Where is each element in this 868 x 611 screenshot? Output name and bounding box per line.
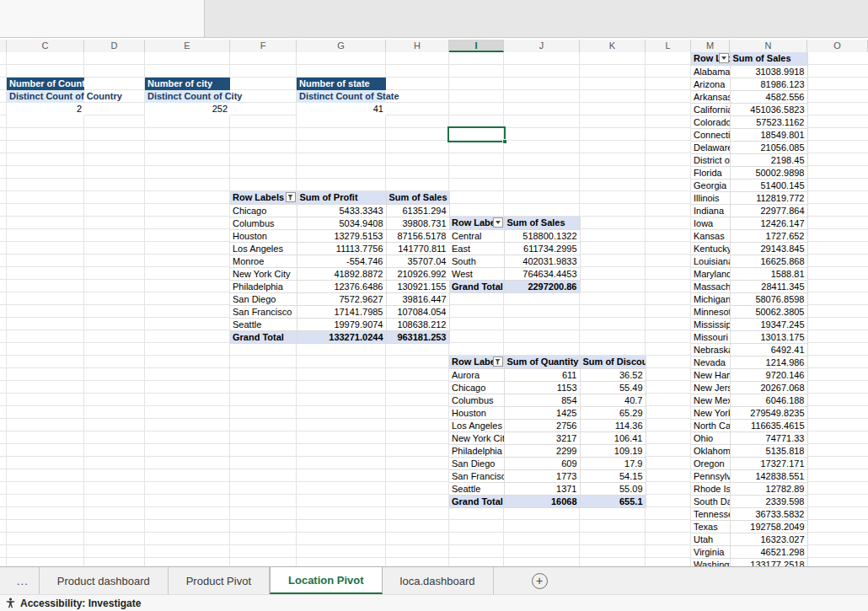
row-label-cell[interactable]: Texas bbox=[691, 520, 730, 533]
value-cell[interactable]: 20267.068 bbox=[730, 381, 807, 394]
grand-total-label[interactable]: Grand Total bbox=[230, 330, 297, 343]
row-label-cell[interactable]: Philadelphia bbox=[449, 444, 504, 457]
value-cell[interactable]: 108638.212 bbox=[386, 318, 449, 330]
value-cell[interactable]: 39816.447 bbox=[386, 292, 449, 305]
value-cell[interactable]: 21056.085 bbox=[730, 141, 807, 153]
value-cell[interactable]: 9720.146 bbox=[730, 368, 807, 381]
dropdown-icon[interactable] bbox=[493, 217, 503, 228]
filter-icon[interactable] bbox=[493, 356, 503, 367]
value-cell[interactable]: 6046.188 bbox=[730, 394, 807, 406]
column-header-E[interactable]: E bbox=[145, 40, 230, 52]
dropdown-icon[interactable] bbox=[719, 53, 729, 63]
value-cell[interactable]: 36733.5832 bbox=[730, 507, 807, 520]
row-label-cell[interactable]: Houston bbox=[230, 229, 297, 242]
sum-of-profit-header[interactable]: Sum of Profit bbox=[297, 191, 386, 204]
value-cell[interactable]: 133177.2518 bbox=[730, 558, 807, 566]
row-label-cell[interactable]: Iowa bbox=[691, 217, 730, 229]
row-label-cell[interactable]: District of Columbia bbox=[691, 153, 730, 166]
sum-of-sales-header[interactable]: Sum of Sales bbox=[504, 217, 580, 229]
value-cell[interactable]: 210926.992 bbox=[386, 267, 449, 280]
value-cell[interactable]: 54.15 bbox=[580, 469, 646, 482]
tab-product-pivot[interactable]: Product Pivot bbox=[169, 567, 270, 594]
row-labels-header[interactable]: Row Labels bbox=[449, 217, 504, 229]
value-cell[interactable]: 142838.551 bbox=[730, 469, 807, 482]
sum-of-quantity-header[interactable]: Sum of Quantity bbox=[504, 356, 580, 368]
metric-state-value[interactable]: 41 bbox=[297, 103, 386, 115]
row-labels-header[interactable]: Row Labels bbox=[230, 191, 297, 204]
value-cell[interactable]: 2198.45 bbox=[730, 153, 807, 166]
value-cell[interactable]: 1425 bbox=[504, 406, 580, 419]
value-cell[interactable]: 109.19 bbox=[580, 444, 646, 457]
value-cell[interactable]: 19347.245 bbox=[730, 318, 807, 330]
sum-of-sales-header[interactable]: Sum of Sales bbox=[386, 191, 449, 204]
metric-country-value[interactable]: 2 bbox=[7, 103, 84, 115]
value-cell[interactable]: 28411.345 bbox=[730, 280, 807, 292]
value-cell[interactable]: 19979.9074 bbox=[297, 318, 386, 330]
selected-cell[interactable] bbox=[447, 126, 506, 142]
row-label-cell[interactable]: New York City bbox=[449, 431, 504, 444]
tab-location-pivot[interactable]: Location Pivot bbox=[270, 567, 383, 594]
value-cell[interactable]: 35707.04 bbox=[386, 255, 449, 267]
value-cell[interactable]: 2339.598 bbox=[730, 495, 807, 507]
row-label-cell[interactable]: Virginia bbox=[691, 545, 730, 558]
value-cell[interactable]: 16323.027 bbox=[730, 533, 807, 545]
value-cell[interactable]: 3217 bbox=[504, 431, 580, 444]
value-cell[interactable]: 17141.7985 bbox=[297, 305, 386, 318]
sum-of-sales-header[interactable]: Sum of Sales bbox=[730, 52, 807, 65]
value-cell[interactable]: 451036.5823 bbox=[730, 103, 807, 115]
row-label-cell[interactable]: Nebraska bbox=[691, 343, 730, 356]
value-cell[interactable]: 141770.811 bbox=[386, 242, 449, 255]
row-label-cell[interactable]: Columbus bbox=[230, 217, 297, 229]
grand-total-sales[interactable]: 963181.253 bbox=[386, 330, 449, 343]
row-label-cell[interactable]: Pennsylvania bbox=[691, 469, 730, 482]
value-cell[interactable]: 5433.3343 bbox=[297, 204, 386, 217]
row-label-cell[interactable]: Monroe bbox=[230, 255, 297, 267]
value-cell[interactable]: 106.41 bbox=[580, 431, 646, 444]
column-header-stub[interactable] bbox=[0, 40, 7, 52]
row-label-cell[interactable]: Ohio bbox=[691, 431, 730, 444]
row-label-cell[interactable]: San Diego bbox=[230, 292, 297, 305]
row-label-cell[interactable]: Colorado bbox=[691, 115, 730, 128]
value-cell[interactable]: 61351.294 bbox=[386, 204, 449, 217]
row-label-cell[interactable]: Connecticut bbox=[691, 128, 730, 141]
value-cell[interactable]: 46521.298 bbox=[730, 545, 807, 558]
row-label-cell[interactable]: Aurora bbox=[449, 368, 504, 381]
row-label-cell[interactable]: San Francisco bbox=[449, 469, 504, 482]
value-cell[interactable]: 1371 bbox=[504, 482, 580, 495]
value-cell[interactable]: 22977.864 bbox=[730, 204, 807, 217]
grand-total-discount[interactable]: 655.1 bbox=[580, 495, 646, 507]
row-label-cell[interactable]: New Mexico bbox=[691, 394, 730, 406]
row-label-cell[interactable]: Louisiana bbox=[691, 255, 730, 267]
value-cell[interactable]: 12426.147 bbox=[730, 217, 807, 229]
row-label-cell[interactable]: Columbus bbox=[449, 394, 504, 406]
row-label-cell[interactable]: New Hampshire bbox=[691, 368, 730, 381]
value-cell[interactable]: 40.7 bbox=[580, 394, 646, 406]
value-cell[interactable]: 36.52 bbox=[580, 368, 646, 381]
value-cell[interactable]: 1727.652 bbox=[730, 229, 807, 242]
value-cell[interactable]: 609 bbox=[504, 457, 580, 469]
row-label-cell[interactable]: Kentucky bbox=[691, 242, 730, 255]
row-label-cell[interactable]: Oklahoma bbox=[691, 444, 730, 457]
grand-total-label[interactable]: Grand Total bbox=[449, 280, 504, 292]
filter-icon[interactable] bbox=[286, 192, 296, 202]
value-cell[interactable]: -554.746 bbox=[297, 255, 386, 267]
value-cell[interactable]: 39808.731 bbox=[386, 217, 449, 229]
row-label-cell[interactable]: New Jersey bbox=[691, 381, 730, 394]
row-label-cell[interactable]: Delaware bbox=[691, 141, 730, 153]
value-cell[interactable]: 402031.9833 bbox=[504, 255, 580, 267]
sheet-grid[interactable]: Number of Country Distinct Count of Coun… bbox=[0, 52, 868, 566]
grand-total-quantity[interactable]: 16068 bbox=[504, 495, 580, 507]
column-header-K[interactable]: K bbox=[580, 40, 646, 52]
value-cell[interactable]: 17327.171 bbox=[730, 457, 807, 469]
value-cell[interactable]: 5135.818 bbox=[730, 444, 807, 457]
accessibility-status[interactable]: Accessibility: Investigate bbox=[20, 598, 141, 609]
column-header-I[interactable]: I bbox=[449, 40, 504, 52]
column-header-D[interactable]: D bbox=[84, 40, 145, 52]
row-label-cell[interactable]: Alabama bbox=[691, 65, 730, 78]
value-cell[interactable]: 12376.6486 bbox=[297, 280, 386, 292]
row-labels-header[interactable]: Row Labels bbox=[449, 356, 504, 368]
add-sheet-button[interactable]: + bbox=[532, 573, 548, 589]
row-label-cell[interactable]: Seattle bbox=[449, 482, 504, 495]
value-cell[interactable]: 7572.9627 bbox=[297, 292, 386, 305]
row-label-cell[interactable]: Chicago bbox=[449, 381, 504, 394]
